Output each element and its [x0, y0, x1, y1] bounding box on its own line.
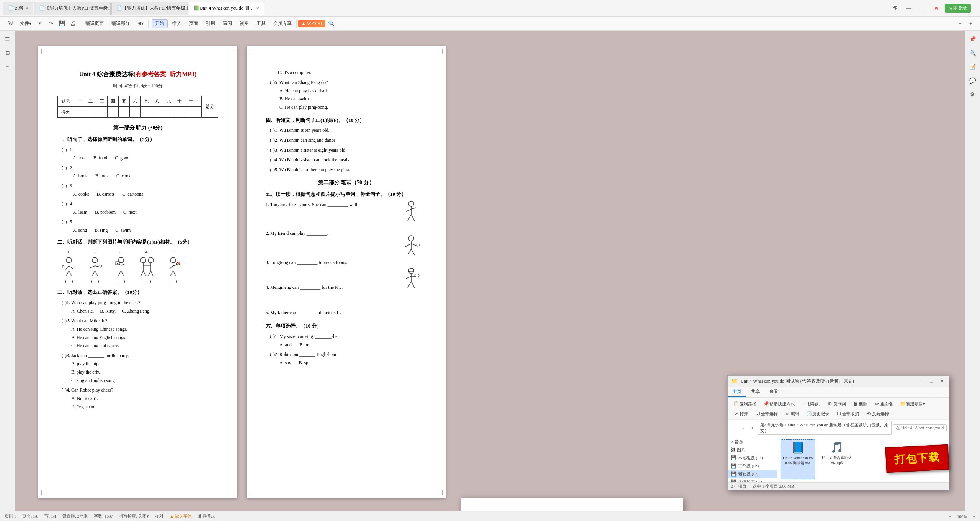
fe-tab-share[interactable]: 共享	[746, 387, 764, 397]
fe-up-btn[interactable]: ↑	[748, 424, 756, 432]
close-btn[interactable]: ✕	[931, 3, 942, 14]
sidebar-right-3[interactable]: 📝	[967, 61, 978, 72]
part1-item-5: （ ）5. A. song B. sing C. swim	[57, 218, 218, 234]
fe-search-input[interactable]	[893, 424, 947, 431]
toolbar-page-btn[interactable]: 页面	[186, 20, 201, 28]
fe-sidebar-drive-f[interactable]: 💾 压缩加工 (F:)	[728, 478, 777, 482]
sidebar-outline-icon[interactable]: ≡	[2, 61, 13, 72]
fe-new-item-btn[interactable]: 📁 新建项目▾	[897, 400, 928, 408]
status-spell-check[interactable]: 拼写检查: 关闭▾	[119, 513, 149, 519]
toolbar-layout-btn[interactable]: ⊞▾	[134, 20, 147, 27]
fe-paste-shortcut-btn[interactable]: 📌 粘贴快捷方式	[761, 400, 797, 408]
fe-select-all-btn[interactable]: ☑ 全部选择	[752, 410, 781, 418]
restore-icon[interactable]: 🗗	[890, 3, 900, 14]
toolbar-insert-btn[interactable]: 插入	[169, 20, 185, 28]
fe-file-mp3[interactable]: 🎵 Unit 4 综合素质达标.mp3	[820, 439, 854, 479]
fe-maximize-btn[interactable]: □	[928, 377, 935, 385]
part2-images: 1. 🎵 （ ） 2.	[57, 249, 218, 285]
toolbar-save-icon[interactable]: 💾	[57, 19, 67, 28]
part3-q4: （ )4. Can Robot play chess? A. No, it ca…	[57, 386, 218, 411]
toolbar-view-btn[interactable]: 视图	[237, 20, 252, 28]
corner-tl	[41, 49, 46, 54]
file-explorer-main[interactable]: 📁 Unit 4 What can you do 测试卷 (含答案及听力音频、原…	[727, 375, 949, 490]
fe-path-input[interactable]: 第4单元试卷 > Unit 4 What can you do 测试卷（含答案及…	[758, 421, 892, 435]
sidebar-right-1[interactable]: 📌	[967, 34, 978, 44]
p1-q4-a: A. leam	[73, 208, 87, 217]
status-missing-font: ▲ 缺失字体	[170, 513, 192, 519]
fe-sidebar-drive-d[interactable]: 💾 工作盘 (D:)	[728, 462, 777, 470]
fe-tab-home[interactable]: 主页	[728, 387, 746, 397]
toolbar-reference-btn[interactable]: 引用	[203, 20, 218, 28]
file-explorer[interactable]	[461, 498, 683, 511]
tab-close-3[interactable]: ✕	[256, 6, 259, 10]
fe-rename-btn[interactable]: ✏ 重命名	[872, 400, 896, 408]
sidebar-right-4[interactable]: 💬	[967, 75, 978, 86]
part5-q3: 3. Longlong can _________ funny cartoons…	[266, 259, 391, 267]
p3-q4-a: A. No, it can't.	[71, 395, 218, 403]
fe-sidebar-pictures[interactable]: 🖼 图片	[728, 446, 777, 454]
fe-minimize-btn[interactable]: —	[917, 377, 924, 385]
status-proofread[interactable]: 校对	[155, 513, 163, 519]
toolbar-redo-icon[interactable]: ↷	[47, 19, 56, 28]
part3-title: 三、听对话，选出正确答案。（10分）	[57, 288, 218, 297]
drive-f-icon: 💾	[731, 479, 737, 482]
fe-sidebar-music[interactable]: ♪ 音乐	[728, 438, 777, 446]
tab-close-0[interactable]: ✕	[25, 6, 28, 10]
fe-back-btn[interactable]: ←	[730, 424, 738, 432]
toolbar-tools-btn[interactable]: 工具	[253, 20, 269, 28]
status-zoom-out[interactable]: −	[949, 514, 951, 519]
sidebar-right-2[interactable]: 🔍	[967, 48, 978, 58]
tab-doc[interactable]: 📄 文档 ✕	[3, 2, 33, 15]
tab-unit4[interactable]: 📗 Unit 4 What can you do 测… ✕	[189, 2, 264, 15]
toolbar-start-btn[interactable]: 开始	[152, 19, 168, 28]
toolbar: W 文件▾ ↶ ↷ 💾 🖨 翻译页面 翻译部分 ⊞▾ 开始 插入 页面 引用 审…	[0, 17, 980, 31]
toolbar-zoom-out-btn[interactable]: −	[956, 19, 965, 28]
fe-invert-btn[interactable]: ⟲ 反向选择	[863, 410, 892, 418]
fe-file-doc[interactable]: 📘 Unit 4 What can you do 测试卷.doc	[781, 439, 815, 479]
fe-history-btn[interactable]: 🕐 历史记录	[804, 410, 832, 418]
p5-q5: 5. My father can _________ delicious f…	[266, 309, 343, 317]
figure-1-svg: 🎵	[57, 256, 80, 277]
fe-deselect-btn[interactable]: ☐ 全部取消	[833, 410, 862, 418]
toolbar-file-btn[interactable]: 文件▾	[17, 20, 34, 28]
login-button[interactable]: 立即登录	[945, 4, 971, 13]
fe-copy-path-btn[interactable]: 📋 复制路径	[731, 400, 759, 408]
fe-sidebar-drive-e[interactable]: 💾 老硬盘 (E:)	[728, 470, 777, 478]
status-zoom-in[interactable]: +	[973, 514, 975, 519]
sidebar-thumbnail-icon[interactable]: ⊟	[2, 48, 13, 58]
wps-ai-button[interactable]: ▲ WPS AI	[298, 20, 325, 27]
toolbar-undo-icon[interactable]: ↶	[36, 19, 45, 28]
tab-pep2[interactable]: 📄 【能力培优】人教PEP版五年级上册… ✕	[111, 2, 188, 15]
maximize-icon[interactable]: □	[917, 3, 928, 14]
fe-delete-btn[interactable]: 🗑 删除	[850, 400, 870, 408]
tab-area: 📄 文档 ✕ 📄 【能力培优】人教PEP版五年级上册… ✕ 📄 【能力培优】人教…	[3, 0, 890, 17]
fe-close-btn[interactable]: ✕	[938, 377, 946, 385]
tab-new[interactable]: +	[265, 2, 278, 15]
fe-edit-btn[interactable]: ✏ 编辑	[782, 410, 802, 418]
toolbar-wps-icon[interactable]: W	[6, 19, 15, 28]
fe-sidebar-drive-c[interactable]: 💾 本地磁盘 (C:)	[728, 454, 777, 462]
minimize-icon[interactable]: —	[903, 3, 914, 14]
fe-copy-btn[interactable]: ⧉ 复制到	[825, 400, 849, 408]
part4-q5: （ )5. Wu Binbin's brother can play the p…	[266, 166, 426, 174]
fe-move-btn[interactable]: → 移动到	[799, 400, 823, 408]
mp3-file-icon: 🎵	[830, 441, 844, 454]
tab-pep1[interactable]: 📄 【能力培优】人教PEP版五年级上册… ✕	[34, 2, 111, 15]
toolbar-translate-page-btn[interactable]: 翻译页面	[82, 20, 107, 28]
corner-tr	[230, 49, 234, 54]
doc-file-icon: 📘	[791, 441, 805, 454]
sidebar-right-5[interactable]: ⚙	[967, 89, 978, 100]
toolbar-print-icon[interactable]: 🖨	[68, 19, 77, 28]
toolbar-zoom-in-btn[interactable]: +	[966, 19, 975, 28]
fe-tab-view[interactable]: 查看	[764, 387, 783, 397]
toolbar-review-btn[interactable]: 审阅	[220, 20, 235, 28]
toolbar-vip-btn[interactable]: 会员专享	[270, 20, 295, 28]
toolbar-translate-part-btn[interactable]: 翻译部分	[108, 20, 133, 28]
top-bar: 📄 文档 ✕ 📄 【能力培优】人教PEP版五年级上册… ✕ 📄 【能力培优】人教…	[0, 0, 980, 17]
toolbar-search-btn[interactable]: 🔍	[327, 19, 336, 28]
fe-forward-btn[interactable]: →	[739, 424, 747, 432]
download-badge[interactable]: 打包下载	[885, 444, 949, 473]
fe-open-btn[interactable]: ↗ 打开	[731, 410, 751, 418]
p3-q2-a: A. He can sing Chinese songs.	[71, 325, 218, 334]
sidebar-menu-icon[interactable]: ☰	[2, 34, 13, 44]
